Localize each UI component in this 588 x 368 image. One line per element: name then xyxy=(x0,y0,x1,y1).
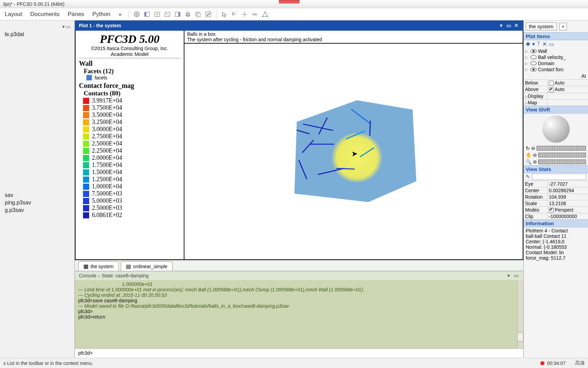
prop-value[interactable]: Auto xyxy=(548,80,588,86)
tab-cmlinear[interactable]: ▤ cmlinear_simple xyxy=(121,261,173,271)
print-icon[interactable] xyxy=(183,10,192,19)
prop-value[interactable] xyxy=(548,99,588,106)
svg-rect-2 xyxy=(144,12,146,16)
zoom-slider[interactable]: 🔍⊖ xyxy=(524,158,588,165)
globe-icon[interactable] xyxy=(132,10,141,19)
tree-item[interactable]: ▷Ball velocity_ xyxy=(524,54,588,60)
cursor-icon[interactable] xyxy=(220,10,229,19)
stat-value[interactable]: -27.7027 xyxy=(548,181,588,187)
menu-layout[interactable]: Layout xyxy=(1,10,26,19)
svg-rect-8 xyxy=(178,12,180,16)
visibility-icon[interactable] xyxy=(530,55,537,59)
console-output[interactable]: 1.000000e+01--- Limit time of 1.000000e+… xyxy=(75,280,523,348)
dropdown-icon[interactable]: ▾ xyxy=(532,41,535,47)
checkbox[interactable] xyxy=(549,81,554,86)
scale-color xyxy=(83,184,89,190)
close-icon[interactable]: ✕ xyxy=(513,22,519,29)
stat-value[interactable]: 13.2108 xyxy=(548,200,588,206)
tab-the-system[interactable]: ▦ the system xyxy=(78,261,119,271)
file-item[interactable]: sav xyxy=(2,191,72,199)
rp-tab[interactable]: the system xyxy=(526,22,557,30)
console-prompt[interactable]: pfc3d> xyxy=(75,348,523,358)
pane-right-icon[interactable] xyxy=(173,10,182,19)
dropdown-icon[interactable]: ▾ xyxy=(62,24,65,29)
menu-more[interactable]: » xyxy=(115,10,125,19)
pane-left-icon[interactable] xyxy=(143,10,151,19)
contact-line xyxy=(318,117,328,134)
expand-icon[interactable]: ▷ xyxy=(525,49,529,53)
stats-input[interactable] xyxy=(532,174,586,180)
delete-icon[interactable]: ✕ xyxy=(542,41,547,47)
expand-icon[interactable]: ▷ xyxy=(525,55,529,60)
pan-slider[interactable]: ✋⊖ xyxy=(524,152,588,158)
stat-value[interactable]: Perspect xyxy=(548,207,588,213)
tree-item[interactable]: ▷Wall xyxy=(524,48,588,54)
scale-row: 1.2500E+04 xyxy=(79,176,180,183)
stats-tool-icon[interactable]: ✎ xyxy=(526,174,530,180)
restore-icon[interactable]: ▭ xyxy=(513,273,519,279)
link-icon[interactable] xyxy=(250,10,259,19)
copy-icon[interactable] xyxy=(194,10,202,19)
stat-value[interactable]: -1000000000 xyxy=(548,213,588,219)
stat-value[interactable]: 0.00286294 xyxy=(548,187,588,194)
visibility-icon[interactable] xyxy=(530,67,537,72)
attr-header: At xyxy=(524,73,588,79)
rotate-slider[interactable]: ↻⊖ xyxy=(524,145,588,152)
expand-icon[interactable]: ▷ xyxy=(525,61,529,66)
trackball[interactable] xyxy=(542,116,570,143)
file-item[interactable]: g.p3sav xyxy=(2,206,72,214)
scrollbar-thumb[interactable] xyxy=(517,333,523,341)
copy-icon[interactable]: ▭ xyxy=(549,41,554,47)
prop-value[interactable]: Auto xyxy=(548,86,588,92)
menu-panes[interactable]: Panes xyxy=(64,10,87,19)
maximize-icon[interactable]: ▭ xyxy=(66,24,70,29)
pane-close-icon[interactable] xyxy=(163,10,172,19)
viz-canvas[interactable]: ➤ xyxy=(184,44,523,259)
filter-icon[interactable]: ᛉ xyxy=(537,41,540,47)
stat-row: Clip-1000000000 xyxy=(524,213,588,219)
scale-value: 5.0000E+03 xyxy=(92,197,122,204)
status-hint: s List in the toolbar or in the context … xyxy=(3,361,93,366)
add-tab-button[interactable]: + xyxy=(559,23,567,30)
info-line: force_mag: 5112.7 xyxy=(526,255,586,261)
center-area: Plot 1 - the system ▾ ▭ ✕ PFC3D 5.00 ©20… xyxy=(75,20,523,358)
add-icon[interactable]: ✚ xyxy=(526,41,530,47)
console-scrollbar[interactable] xyxy=(517,280,523,348)
check-icon[interactable] xyxy=(204,10,213,19)
visibility-icon[interactable] xyxy=(530,61,537,65)
slider-track[interactable] xyxy=(537,146,586,151)
visibility-icon[interactable] xyxy=(530,49,537,53)
pane-add-icon[interactable]: + xyxy=(153,10,162,19)
restore-icon[interactable]: ▭ xyxy=(506,22,512,29)
hd-label[interactable]: 高清 xyxy=(575,360,585,366)
cursor-spark-icon[interactable] xyxy=(230,10,239,19)
prop-value[interactable] xyxy=(548,93,588,99)
slider-track[interactable] xyxy=(538,159,586,164)
tree-item[interactable]: ▷Domain xyxy=(524,60,588,66)
stat-value[interactable]: 104.939 xyxy=(548,194,588,200)
triangle-icon[interactable] xyxy=(261,10,270,19)
checkbox[interactable] xyxy=(549,88,554,92)
scale-color xyxy=(83,119,89,125)
menu-documents[interactable]: Documents xyxy=(27,10,63,19)
prop-key: Below xyxy=(524,80,548,86)
checkbox[interactable] xyxy=(549,208,554,213)
dropdown-icon[interactable]: ▾ xyxy=(506,273,512,279)
expand-icon[interactable]: ▷ xyxy=(525,67,529,72)
facets-header: Facets (12) xyxy=(79,67,180,75)
tree-item[interactable]: ▷Contact forc xyxy=(524,66,588,73)
file-item[interactable]: ping.p3sav xyxy=(2,199,72,206)
crosshair-icon[interactable] xyxy=(240,10,249,19)
console-title: Console – State: caseB-damping xyxy=(79,273,149,278)
file-item[interactable]: le.p3dat xyxy=(2,31,72,38)
slider-track[interactable] xyxy=(538,153,586,157)
view-stats-header: View Stats xyxy=(524,165,588,173)
minimize-icon[interactable]: ▾ xyxy=(498,22,504,29)
zoom-icon: 🔍 xyxy=(526,159,532,165)
app-title: 3prj* - PFC3D 5.00.21 (64bit) xyxy=(3,1,64,7)
stat-key: Eye xyxy=(524,181,548,187)
decorative-red-mark xyxy=(279,0,299,3)
menu-python[interactable]: Python xyxy=(89,10,114,19)
plot-tabs: ▦ the system ▤ cmlinear_simple xyxy=(75,260,523,271)
viz-header: Balls in a box The system after cycling … xyxy=(184,31,523,44)
